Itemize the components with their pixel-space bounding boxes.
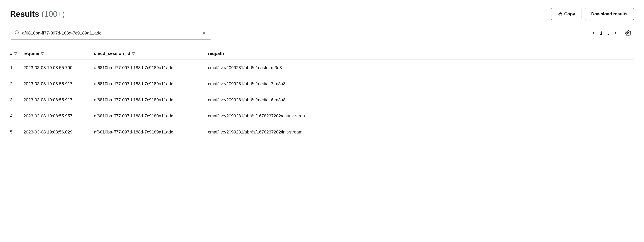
results-count: (100+) bbox=[42, 9, 65, 18]
table-row: 52023-03-08 19:08:56.029af6810ba-ff77-09… bbox=[10, 124, 634, 140]
table-row: 22023-03-08 19:08:55.917af6810ba-ff77-09… bbox=[10, 76, 634, 92]
search-box bbox=[10, 27, 211, 39]
sort-icon-session[interactable]: ▽ bbox=[132, 51, 135, 56]
cell-session-id: af6810ba-ff77-097d-188d-7c9189a11adc bbox=[94, 108, 208, 124]
header-actions: Copy Download results bbox=[551, 8, 634, 20]
col-header-reqtime: reqtime ▽ bbox=[24, 47, 94, 60]
cell-reqpath: cmaf/live/2099281/abr6s/1678237202/chunk… bbox=[208, 108, 634, 124]
cell-num: 3 bbox=[10, 92, 24, 108]
sort-icon-num[interactable]: ▽ bbox=[14, 51, 17, 56]
results-title: Results (100+) bbox=[10, 9, 65, 18]
cell-reqtime: 2023-03-08 19:08:55.957 bbox=[24, 108, 94, 124]
table-row: 12023-03-08 19:08:55.790af6810ba-ff77-09… bbox=[10, 60, 634, 76]
cell-session-id: af6810ba-ff77-097d-188d-7c9189a11adc bbox=[94, 124, 208, 140]
cell-num: 5 bbox=[10, 124, 24, 140]
page-dots: ... bbox=[604, 30, 610, 36]
settings-button[interactable] bbox=[622, 29, 634, 37]
pagination: 1 ... bbox=[588, 29, 634, 37]
col-header-session: cmcd_session_id ▽ bbox=[94, 47, 208, 60]
copy-button[interactable]: Copy bbox=[551, 8, 582, 20]
svg-line-2 bbox=[18, 33, 19, 34]
cell-num: 2 bbox=[10, 76, 24, 92]
cell-reqtime: 2023-03-08 19:08:55.790 bbox=[24, 60, 94, 76]
chevron-left-icon bbox=[591, 31, 596, 35]
cell-reqpath: cmaf/live/2099281/abr6s/1678237202/init-… bbox=[208, 124, 634, 140]
cell-reqtime: 2023-03-08 19:08:55.917 bbox=[24, 76, 94, 92]
cell-num: 1 bbox=[10, 60, 24, 76]
search-icon bbox=[14, 30, 20, 36]
cell-session-id: af6810ba-ff77-097d-188d-7c9189a11adc bbox=[94, 92, 208, 108]
table-row: 32023-03-08 19:08:55.917af6810ba-ff77-09… bbox=[10, 92, 634, 108]
search-input[interactable] bbox=[22, 30, 198, 36]
sort-icon-reqtime[interactable]: ▽ bbox=[41, 51, 44, 56]
results-table: # ▽ reqtime ▽ cmcd_session_id ▽ bbox=[10, 47, 634, 140]
cell-reqpath: cmaf/live/2099281/abr6s/master.m3u8 bbox=[208, 60, 634, 76]
svg-rect-0 bbox=[559, 13, 562, 16]
current-page: 1 bbox=[598, 30, 604, 36]
cell-session-id: af6810ba-ff77-097d-188d-7c9189a11adc bbox=[94, 60, 208, 76]
search-clear-button[interactable] bbox=[201, 31, 207, 35]
cell-session-id: af6810ba-ff77-097d-188d-7c9189a11adc bbox=[94, 76, 208, 92]
gear-icon bbox=[625, 30, 631, 36]
col-header-num: # ▽ bbox=[10, 47, 24, 60]
next-page-button[interactable] bbox=[610, 29, 620, 37]
table-row: 42023-03-08 19:08:55.957af6810ba-ff77-09… bbox=[10, 108, 634, 124]
svg-point-5 bbox=[628, 32, 629, 34]
table-header-row: # ▽ reqtime ▽ cmcd_session_id ▽ bbox=[10, 47, 634, 60]
clear-icon bbox=[202, 31, 206, 35]
cell-reqtime: 2023-03-08 19:08:55.917 bbox=[24, 92, 94, 108]
copy-icon bbox=[558, 12, 562, 16]
chevron-right-icon bbox=[613, 31, 618, 35]
cell-reqtime: 2023-03-08 19:08:56.029 bbox=[24, 124, 94, 140]
cell-num: 4 bbox=[10, 108, 24, 124]
prev-page-button[interactable] bbox=[588, 29, 598, 37]
cell-reqpath: cmaf/live/2099281/abr6s/media_7.m3u8 bbox=[208, 76, 634, 92]
download-button[interactable]: Download results bbox=[585, 8, 634, 20]
cell-reqpath: cmaf/live/2099281/abr6s/media_6.m3u8 bbox=[208, 92, 634, 108]
col-header-reqpath: reqpath bbox=[208, 47, 634, 60]
search-row: 1 ... bbox=[10, 27, 634, 39]
